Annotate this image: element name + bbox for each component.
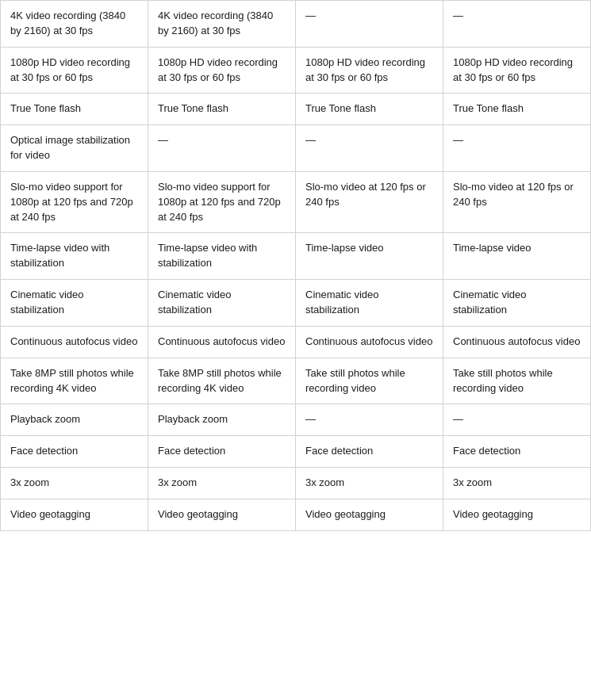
cell-r5-c3: Time-lapse video — [443, 233, 591, 280]
cell-r1-c0: 1080p HD video recording at 30 fps or 60… — [1, 47, 148, 94]
cell-r5-c1: Time-lapse video with stabilization — [148, 233, 296, 280]
cell-r6-c1: Cinematic video stabilization — [148, 280, 296, 327]
cell-r12-c1: Video geotagging — [148, 499, 296, 530]
cell-r7-c1: Continuous autofocus video — [148, 326, 296, 358]
cell-r4-c0: Slo-mo video support for 1080p at 120 fp… — [1, 171, 148, 233]
cell-r3-c3: — — [443, 125, 591, 172]
cell-r2-c1: True Tone flash — [148, 94, 296, 125]
cell-r9-c1: Playback zoom — [148, 404, 296, 436]
cell-r7-c3: Continuous autofocus video — [443, 326, 591, 358]
table-row: 4K video recording (3840 by 2160) at 30 … — [1, 1, 591, 48]
cell-r10-c2: Face detection — [296, 436, 443, 468]
cell-r2-c3: True Tone flash — [443, 94, 591, 125]
cell-r8-c1: Take 8MP still photos while recording 4K… — [148, 358, 296, 404]
cell-r4-c1: Slo-mo video support for 1080p at 120 fp… — [148, 171, 296, 233]
cell-r12-c0: Video geotagging — [1, 499, 148, 530]
cell-r0-c2: — — [296, 1, 443, 48]
table-row: Slo-mo video support for 1080p at 120 fp… — [1, 171, 591, 233]
cell-r1-c3: 1080p HD video recording at 30 fps or 60… — [443, 47, 591, 94]
table-row: Optical image stabilization for video——— — [1, 125, 591, 172]
table-row: Playback zoomPlayback zoom—— — [1, 404, 591, 436]
cell-r12-c2: Video geotagging — [296, 499, 443, 530]
cell-r2-c0: True Tone flash — [1, 94, 148, 125]
cell-r0-c3: — — [443, 1, 591, 48]
cell-r11-c1: 3x zoom — [148, 468, 296, 499]
cell-r0-c1: 4K video recording (3840 by 2160) at 30 … — [148, 1, 296, 48]
cell-r8-c0: Take 8MP still photos while recording 4K… — [1, 358, 148, 404]
comparison-table: 4K video recording (3840 by 2160) at 30 … — [0, 0, 591, 531]
table-row: 3x zoom3x zoom3x zoom3x zoom — [1, 468, 591, 499]
cell-r7-c0: Continuous autofocus video — [1, 326, 148, 358]
cell-r10-c1: Face detection — [148, 436, 296, 468]
cell-r3-c0: Optical image stabilization for video — [1, 125, 148, 172]
cell-r1-c2: 1080p HD video recording at 30 fps or 60… — [296, 47, 443, 94]
cell-r11-c3: 3x zoom — [443, 468, 591, 499]
cell-r8-c3: Take still photos while recording video — [443, 358, 591, 404]
cell-r6-c0: Cinematic video stabilization — [1, 280, 148, 327]
cell-r9-c3: — — [443, 404, 591, 436]
table-row: Face detectionFace detectionFace detecti… — [1, 436, 591, 468]
cell-r4-c3: Slo-mo video at 120 fps or 240 fps — [443, 171, 591, 233]
cell-r8-c2: Take still photos while recording video — [296, 358, 443, 404]
cell-r6-c2: Cinematic video stabilization — [296, 280, 443, 327]
cell-r0-c0: 4K video recording (3840 by 2160) at 30 … — [1, 1, 148, 48]
table-row: True Tone flashTrue Tone flashTrue Tone … — [1, 94, 591, 125]
table-row: Continuous autofocus videoContinuous aut… — [1, 326, 591, 358]
table-row: Video geotaggingVideo geotaggingVideo ge… — [1, 499, 591, 530]
cell-r2-c2: True Tone flash — [296, 94, 443, 125]
cell-r10-c0: Face detection — [1, 436, 148, 468]
cell-r11-c2: 3x zoom — [296, 468, 443, 499]
cell-r3-c1: — — [148, 125, 296, 172]
table-row: Cinematic video stabilizationCinematic v… — [1, 280, 591, 327]
cell-r5-c0: Time-lapse video with stabilization — [1, 233, 148, 280]
cell-r1-c1: 1080p HD video recording at 30 fps or 60… — [148, 47, 296, 94]
cell-r3-c2: — — [296, 125, 443, 172]
table-row: Time-lapse video with stabilizationTime-… — [1, 233, 591, 280]
cell-r10-c3: Face detection — [443, 436, 591, 468]
cell-r6-c3: Cinematic video stabilization — [443, 280, 591, 327]
cell-r4-c2: Slo-mo video at 120 fps or 240 fps — [296, 171, 443, 233]
cell-r9-c0: Playback zoom — [1, 404, 148, 436]
cell-r7-c2: Continuous autofocus video — [296, 326, 443, 358]
cell-r5-c2: Time-lapse video — [296, 233, 443, 280]
table-row: Take 8MP still photos while recording 4K… — [1, 358, 591, 404]
cell-r11-c0: 3x zoom — [1, 468, 148, 499]
cell-r12-c3: Video geotagging — [443, 499, 591, 530]
cell-r9-c2: — — [296, 404, 443, 436]
table-row: 1080p HD video recording at 30 fps or 60… — [1, 47, 591, 94]
